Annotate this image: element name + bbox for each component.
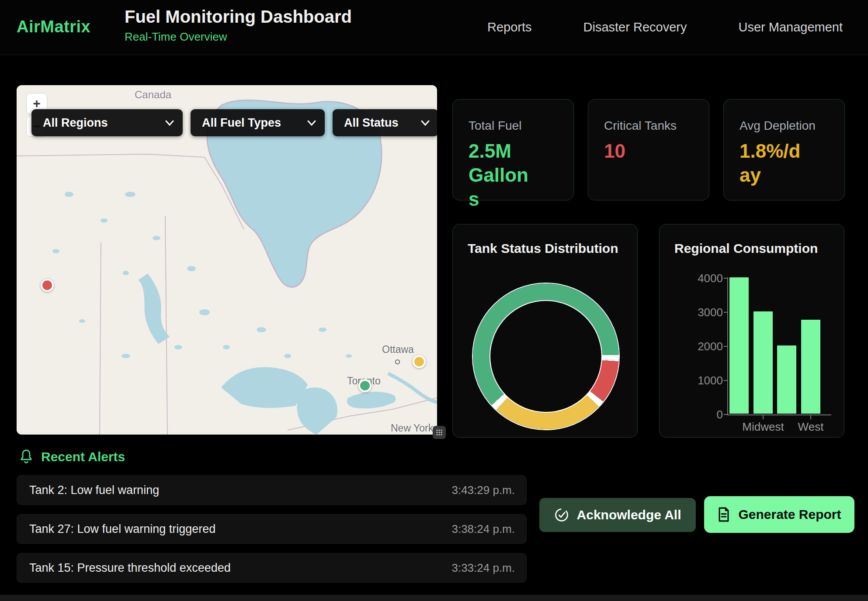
y-axis [727, 277, 728, 415]
alert-time: 3:38:24 p.m. [451, 522, 515, 536]
total-fuel-card: Total Fuel 2.5M Gallons [452, 99, 574, 200]
alert-row[interactable]: Tank 15: Pressure threshold exceeded 3:3… [17, 553, 527, 583]
tank-marker-warning[interactable] [413, 355, 426, 368]
bar-region-3[interactable] [777, 345, 796, 414]
x-label-midwest: Midwest [742, 420, 784, 434]
critical-tanks-label: Critical Tanks [604, 119, 696, 133]
tank-marker-normal[interactable] [358, 379, 372, 392]
page-subtitle: Real-Time Overview [125, 30, 352, 44]
bell-icon [19, 449, 33, 465]
total-fuel-value: 2.5M Gallons [469, 139, 534, 211]
status-filter-dropdown[interactable]: All Status [333, 109, 437, 136]
drag-dots-icon [436, 429, 443, 436]
map-label-new-york: New York [391, 422, 433, 434]
main-nav: Reports Disaster Recovery User Managemen… [487, 0, 843, 55]
tank-status-title: Tank Status Distribution [468, 241, 618, 256]
bottom-strip [0, 595, 868, 601]
avg-depletion-card: Avg Depletion 1.8%/day [723, 99, 845, 200]
bar-region-west[interactable] [801, 320, 820, 414]
y-tick-0: 0 [675, 408, 723, 421]
y-tick-1000: 1000 [675, 374, 723, 387]
chevron-down-icon [165, 120, 174, 126]
check-circle-icon [554, 508, 569, 522]
avg-depletion-label: Avg Depletion [740, 119, 831, 133]
recent-alerts-header: Recent Alerts [19, 449, 125, 465]
ottawa-town-dot-icon [395, 359, 400, 364]
critical-tanks-card: Critical Tanks 10 [588, 99, 709, 200]
report-document-icon [717, 507, 730, 522]
alert-message: Tank 15: Pressure threshold exceeded [29, 561, 231, 575]
fuel-type-filter-dropdown[interactable]: All Fuel Types [191, 109, 325, 136]
region-filter-dropdown[interactable]: All Regions [31, 109, 183, 136]
avg-depletion-value: 1.8%/day [740, 139, 805, 187]
y-tick-4000: 4000 [675, 272, 723, 285]
alert-message: Tank 2: Low fuel warning [29, 484, 159, 497]
nav-user-management[interactable]: User Management [738, 20, 843, 35]
generate-report-label: Generate Report [738, 507, 841, 522]
y-tickmark [724, 380, 727, 381]
recent-alerts-title: Recent Alerts [41, 449, 125, 464]
critical-tanks-value: 10 [604, 139, 670, 163]
map-panel[interactable]: Canada Ottawa Toronto New York + − All R… [17, 85, 437, 435]
page-title-block: Fuel Monitoring Dashboard Real-Time Over… [125, 7, 352, 44]
fuel-type-filter-value: All Fuel Types [202, 116, 281, 130]
y-tickmark [724, 278, 727, 279]
map-label-canada: Canada [135, 89, 171, 101]
y-tickmark [724, 414, 727, 415]
x-tickmark [763, 415, 764, 419]
y-tick-3000: 3000 [675, 306, 723, 319]
y-tickmark [724, 346, 727, 347]
alert-row[interactable]: Tank 2: Low fuel warning 3:43:29 p.m. [17, 475, 527, 505]
alert-message: Tank 27: Low fuel warning triggered [29, 522, 215, 536]
acknowledge-all-button[interactable]: Acknowledge All [539, 498, 696, 532]
x-axis [727, 414, 831, 415]
tank-status-card: Tank Status Distribution [452, 224, 638, 438]
x-label-west: West [798, 420, 824, 434]
alert-time: 3:43:29 p.m. [451, 484, 515, 497]
map-label-ottawa: Ottawa [382, 344, 414, 356]
y-tickmark [724, 312, 727, 313]
x-tickmark [810, 415, 811, 419]
chevron-down-icon [307, 120, 316, 126]
regional-consumption-title: Regional Consumption [674, 241, 818, 256]
tank-status-donut-chart[interactable] [473, 283, 619, 429]
page-title: Fuel Monitoring Dashboard [125, 7, 352, 27]
app-header: AirMatrix Fuel Monitoring Dashboard Real… [0, 0, 868, 55]
region-filter-value: All Regions [43, 116, 108, 130]
bar-region-1[interactable] [729, 277, 749, 414]
y-tick-2000: 2000 [675, 340, 723, 353]
tank-marker-critical[interactable] [41, 279, 54, 292]
map-filter-bar: All Regions All Fuel Types All Status [31, 109, 437, 136]
alert-time: 3:33:24 p.m. [451, 561, 515, 575]
regional-consumption-card: Regional Consumption 4000 3000 2000 1000… [659, 224, 844, 438]
nav-disaster-recovery[interactable]: Disaster Recovery [583, 20, 687, 35]
donut-hole [490, 301, 601, 412]
nav-reports[interactable]: Reports [487, 20, 532, 35]
total-fuel-label: Total Fuel [469, 119, 560, 133]
chevron-down-icon [421, 120, 430, 126]
acknowledge-all-label: Acknowledge All [577, 508, 681, 522]
brand-logo[interactable]: AirMatrix [17, 17, 90, 36]
status-filter-value: All Status [344, 116, 399, 130]
map-resize-handle[interactable] [433, 426, 446, 439]
alert-row[interactable]: Tank 27: Low fuel warning triggered 3:38… [17, 514, 527, 544]
bar-region-midwest[interactable] [753, 311, 773, 414]
generate-report-button[interactable]: Generate Report [704, 496, 854, 533]
